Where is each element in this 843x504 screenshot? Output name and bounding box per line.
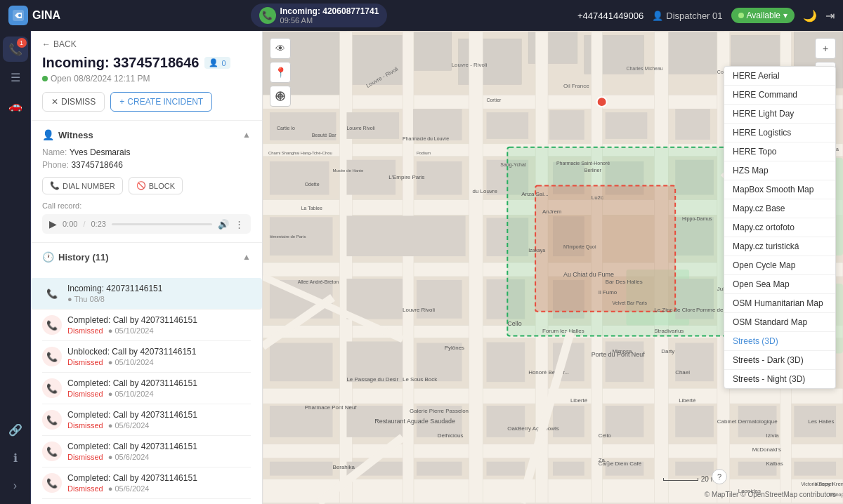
map-area[interactable]: Louvre - Rivoli Louvre - Rivoli Oil Fran… bbox=[263, 31, 843, 504]
svg-text:Izakaya: Izakaya bbox=[528, 248, 545, 253]
app-logo: GINA bbox=[8, 6, 60, 25]
svg-rect-85 bbox=[553, 462, 584, 476]
sidebar-item-menu[interactable]: ☰ bbox=[3, 65, 28, 90]
panel-header: ← BACK Incoming: 33745718646 👤 0 Open 08… bbox=[31, 31, 262, 121]
layer-item-mapy-base[interactable]: Mapy.cz Base bbox=[724, 199, 835, 218]
layer-item-osm-standard[interactable]: OSM Standard Map bbox=[724, 313, 835, 332]
map-layers-button[interactable] bbox=[270, 86, 291, 107]
svg-text:Le Passage du Desir: Le Passage du Desir bbox=[346, 376, 398, 383]
svg-text:Porte du Pont Neuf: Porte du Pont Neuf bbox=[592, 351, 646, 358]
action-buttons: ✕ DISMISS + CREATE INCIDENT bbox=[42, 92, 251, 112]
history-item-sub: Dismissed ● 05/10/2024 bbox=[67, 390, 251, 398]
info-icon: ℹ bbox=[13, 451, 18, 465]
svg-text:Izivia: Izivia bbox=[766, 432, 780, 439]
dial-number-button[interactable]: 📞 DIAL NUMBER bbox=[42, 177, 123, 194]
layer-item-here-logistics[interactable]: HERE Logistics bbox=[724, 124, 835, 142]
logout-button[interactable]: ⇥ bbox=[825, 9, 835, 22]
sidebar-item-expand[interactable]: › bbox=[3, 473, 28, 498]
svg-rect-66 bbox=[486, 342, 525, 382]
sidebar-item-link[interactable]: 🔗 bbox=[3, 417, 28, 442]
svg-text:Cello: Cello bbox=[599, 432, 612, 439]
topbar-left: GINA bbox=[8, 6, 60, 25]
witness-label: Witness bbox=[58, 130, 93, 140]
open-timestamp: 08/8/2024 12:11 PM bbox=[74, 74, 150, 84]
history-item-content: Incoming: 420731146151 ● Thu 08/8 bbox=[67, 284, 251, 303]
history-item-icon: 📞 bbox=[42, 410, 62, 430]
svg-text:Musée de Hante: Musée de Hante bbox=[333, 168, 364, 173]
svg-text:Kalbas: Kalbas bbox=[766, 460, 783, 467]
history-item[interactable]: 📞 Completed: Call by 420731146151 Dismis… bbox=[42, 310, 251, 341]
create-incident-button[interactable]: + CREATE INCIDENT bbox=[110, 92, 212, 112]
history-item-content: Unblocked: Call by 420731146151 Dismisse… bbox=[67, 347, 251, 366]
audio-progress-bar[interactable] bbox=[112, 223, 212, 225]
layer-item-streets-3d[interactable]: Streets (3D) bbox=[724, 332, 835, 351]
layer-item-here-aerial[interactable]: HERE Aerial bbox=[724, 67, 835, 86]
layer-item-hzs-map[interactable]: HZS Map bbox=[724, 161, 835, 180]
history-item[interactable]: 📞 Completed: Call by 420731146151 Dismis… bbox=[42, 467, 251, 499]
map-scale: 20 m bbox=[663, 475, 717, 483]
history-item[interactable]: 📞 Completed: Call by 420731146151 Dismis… bbox=[42, 373, 251, 404]
svg-rect-36 bbox=[606, 112, 648, 139]
witness-phone-row: Phone: 33745718646 bbox=[42, 160, 251, 170]
svg-text:Cabinet Dermatologique: Cabinet Dermatologique bbox=[717, 418, 778, 425]
history-item-sub: Dismissed ● 05/10/2024 bbox=[67, 358, 251, 366]
audio-volume-button[interactable]: 🔊 bbox=[218, 219, 229, 230]
topbar: GINA 📞 Incoming: 420608771741 09:56 AM +… bbox=[0, 0, 843, 31]
history-item[interactable]: 📞 Completed: Call by 420731146151 Dismis… bbox=[42, 499, 251, 504]
layer-item-streets-dark-3d[interactable]: Streets - Dark (3D) bbox=[724, 351, 835, 370]
history-item-title: Completed: Call by 420731146151 bbox=[67, 410, 251, 420]
layer-item-mapbox-smooth[interactable]: MapBox Smooth Map bbox=[724, 180, 835, 199]
layer-item-here-command[interactable]: HERE Command bbox=[724, 86, 835, 105]
badge-count: 0 bbox=[221, 59, 226, 67]
history-item[interactable]: 📞 Incoming: 420731146151 ● Thu 08/8 bbox=[31, 278, 262, 310]
layer-item-mapy-ortofoto[interactable]: Mapy.cz ortofoto bbox=[724, 218, 835, 237]
history-item-sub: Dismissed ● 05/6/2024 bbox=[67, 421, 251, 430]
layer-item-mapy-turisticka[interactable]: Mapy.cz turistická bbox=[724, 237, 835, 256]
play-button[interactable]: ▶ bbox=[49, 218, 57, 230]
svg-text:Darty: Darty bbox=[661, 348, 674, 354]
history-item[interactable]: 📞 Unblocked: Call by 420731146151 Dismis… bbox=[42, 341, 251, 373]
back-button[interactable]: ← BACK bbox=[42, 39, 77, 49]
layer-item-open-cycle[interactable]: Open Cycle Map bbox=[724, 256, 835, 275]
status-button[interactable]: Available ▾ bbox=[731, 8, 795, 23]
block-icon: 🚫 bbox=[136, 181, 146, 190]
history-section-header[interactable]: 🕐 History (11) ▲ bbox=[42, 251, 251, 263]
svg-text:Lu2c: Lu2c bbox=[592, 194, 603, 201]
map-controls-left: 👁 📍 bbox=[270, 38, 291, 107]
layer-item-here-topo[interactable]: HERE Topo bbox=[724, 142, 835, 161]
dismiss-label: DISMISS bbox=[61, 97, 96, 107]
history-item-content: Completed: Call by 420731146151 Dismisse… bbox=[67, 473, 251, 493]
svg-rect-83 bbox=[417, 462, 462, 476]
map-help-button[interactable]: ? bbox=[712, 469, 727, 484]
map-location-button[interactable]: 📍 bbox=[270, 62, 291, 83]
history-section: 🕐 History (11) ▲ bbox=[31, 243, 262, 278]
map-eye-button[interactable]: 👁 bbox=[270, 38, 291, 59]
block-button[interactable]: 🚫 BLOCK bbox=[129, 177, 183, 194]
history-item-sub: Dismissed ● 05/10/2024 bbox=[67, 326, 251, 335]
vehicle-icon: 🚗 bbox=[8, 99, 22, 112]
audio-more-button[interactable]: ⋮ bbox=[235, 219, 244, 230]
incoming-call-indicator[interactable]: 📞 Incoming: 420608771741 09:56 AM bbox=[251, 4, 388, 27]
svg-rect-89 bbox=[794, 462, 836, 476]
dial-icon: 📞 bbox=[50, 181, 60, 190]
call-panel: ← BACK Incoming: 33745718646 👤 0 Open 08… bbox=[31, 31, 263, 504]
history-item[interactable]: 📞 Completed: Call by 420731146151 Dismis… bbox=[42, 436, 251, 467]
layer-item-osm-humanitarian[interactable]: OSM Humanitarian Map bbox=[724, 294, 835, 313]
sidebar-item-info[interactable]: ℹ bbox=[3, 445, 28, 470]
svg-text:Delhicious: Delhicious bbox=[438, 432, 464, 439]
history-item-title: Completed: Call by 420731146151 bbox=[67, 473, 251, 483]
call-time: 09:56 AM bbox=[280, 16, 379, 25]
layer-item-here-light-day[interactable]: HERE Light Day bbox=[724, 105, 835, 124]
svg-text:Pharmacie du Louvre: Pharmacie du Louvre bbox=[403, 136, 449, 141]
history-item[interactable]: 📞 Completed: Call by 420731146151 Dismis… bbox=[42, 404, 251, 436]
svg-text:Louvre Rivoli: Louvre Rivoli bbox=[346, 126, 375, 131]
witness-section-header[interactable]: 👤 Witness ▲ bbox=[42, 129, 251, 140]
layer-item-open-sea[interactable]: Open Sea Map bbox=[724, 275, 835, 294]
map-zoom-in-button[interactable]: + bbox=[815, 38, 836, 59]
sidebar-item-vehicle[interactable]: 🚗 bbox=[3, 93, 28, 118]
sidebar-item-phone[interactable]: 📞 1 bbox=[3, 37, 28, 62]
svg-text:Allee André-Breton: Allee André-Breton bbox=[298, 279, 339, 284]
layer-item-streets-night-3d[interactable]: Streets - Night (3D) bbox=[724, 370, 835, 388]
theme-toggle-button[interactable]: 🌙 bbox=[803, 9, 817, 22]
dismiss-button[interactable]: ✕ DISMISS bbox=[42, 92, 105, 112]
